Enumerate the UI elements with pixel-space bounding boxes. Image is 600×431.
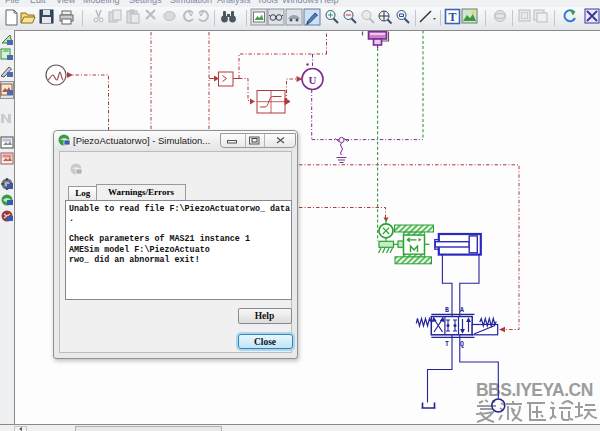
svg-text:Q: Q: [460, 341, 464, 348]
svg-text:B: B: [445, 307, 449, 314]
svg-text:T: T: [445, 341, 449, 348]
svg-text:U: U: [309, 74, 317, 86]
svg-text:T: T: [448, 10, 456, 24]
svg-text:A: A: [460, 307, 464, 314]
